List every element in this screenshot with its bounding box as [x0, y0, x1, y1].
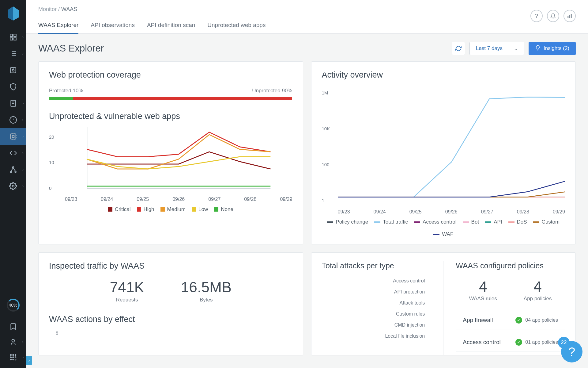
legend-item[interactable]: High	[137, 206, 154, 213]
breadcrumb-parent[interactable]: Monitor	[38, 6, 57, 12]
legend-item[interactable]: Medium	[160, 206, 186, 213]
breadcrumb: Monitor / WAAS	[38, 6, 576, 13]
card-title: Web protection coverage	[49, 70, 292, 80]
x-tick: 09/27	[208, 197, 221, 202]
legend-item[interactable]: Policy change	[327, 219, 368, 225]
dashboard-nav[interactable]: ›	[0, 29, 26, 45]
apps-nav[interactable]: ›	[0, 350, 26, 365]
x-tick: 09/28	[244, 197, 256, 202]
gear-nav[interactable]: ›	[0, 178, 26, 194]
dashboard-icon	[9, 33, 17, 41]
policy-name: App firewall	[463, 317, 493, 324]
code-icon	[9, 149, 17, 157]
svg-rect-52	[338, 92, 338, 197]
actions-title: WAAS actions by effect	[49, 315, 292, 324]
web-protection-card: Web protection coverage Protected 10% Un…	[38, 61, 303, 244]
notification-count-badge[interactable]: 22	[558, 337, 570, 348]
svg-rect-50	[87, 127, 87, 189]
legend-item[interactable]: WAF	[433, 231, 453, 237]
radar-icon	[9, 66, 17, 74]
legend-item[interactable]: None	[214, 206, 233, 213]
legend-item[interactable]: Total traffic	[374, 219, 408, 225]
shield-nav[interactable]	[0, 79, 26, 95]
insights-button[interactable]: Insights (2)	[529, 42, 576, 55]
svg-point-42	[13, 357, 13, 358]
x-tick: 09/28	[517, 209, 529, 215]
attack-category: CMD injection	[322, 322, 425, 328]
card-title: Inspected traffic by WAAS	[49, 261, 292, 271]
apps-count: 4	[524, 278, 552, 295]
svg-rect-47	[567, 16, 568, 18]
bookmark-nav[interactable]	[0, 319, 26, 334]
svg-point-32	[10, 171, 11, 172]
attack-category: Access control	[322, 278, 425, 284]
topbar: Monitor / WAAS WAAS ExplorerAPI observat…	[26, 0, 588, 34]
attack-category: API protection	[322, 289, 425, 295]
svg-point-31	[12, 167, 13, 168]
svg-line-35	[13, 168, 16, 171]
x-tick: 09/24	[101, 197, 113, 202]
policy-row[interactable]: App firewall ✓04 app policies	[456, 311, 565, 329]
svg-rect-48	[569, 15, 570, 18]
svg-point-46	[15, 359, 16, 360]
policy-row[interactable]: Access control ✓01 app policies	[456, 333, 565, 351]
bookmark-icon	[9, 323, 17, 331]
x-tick: 09/25	[137, 197, 149, 202]
alert-nav[interactable]: ›	[0, 112, 26, 128]
time-range-dropdown[interactable]: Last 7 days ⌄	[469, 42, 524, 55]
user-nav[interactable]: ›	[0, 334, 26, 350]
vuln-chart[interactable]	[65, 127, 292, 189]
tab-waas explorer[interactable]: WAAS Explorer	[38, 18, 78, 33]
network-nav[interactable]: ›	[0, 161, 26, 178]
code-nav[interactable]: ›	[0, 145, 26, 161]
attack-category: Custom rules	[322, 311, 425, 317]
attacks-policies-card: Total attacks per type Access controlAPI…	[311, 252, 576, 355]
x-tick: 09/29	[553, 209, 565, 215]
refresh-button[interactable]	[452, 42, 465, 55]
tab-api observations[interactable]: API observations	[91, 18, 135, 33]
runtime-nav[interactable]: ›	[0, 128, 26, 145]
policy-count: 01 app policies	[525, 339, 558, 345]
tab-unprotected web apps[interactable]: Unprotected web apps	[207, 18, 266, 33]
compliance-nav[interactable]: ›	[0, 95, 26, 112]
tab-api definition scan[interactable]: API definition scan	[147, 18, 195, 33]
progress-ring[interactable]: 40%	[7, 299, 20, 312]
help-button[interactable]: ?	[530, 10, 543, 22]
attack-category: Local file inclusion	[322, 333, 425, 339]
legend-item[interactable]: Low	[192, 206, 208, 213]
chevron-right-icon: ›	[22, 35, 24, 39]
check-icon: ✓	[515, 317, 522, 324]
chevron-right-icon: ›	[22, 134, 24, 139]
svg-point-41	[10, 357, 11, 358]
logo[interactable]	[6, 4, 20, 23]
card-title: Activity overview	[322, 70, 565, 80]
legend-item[interactable]: API	[485, 219, 502, 225]
legend-item[interactable]: Access control	[414, 219, 457, 225]
svg-point-44	[10, 359, 11, 360]
legend-item[interactable]: DoS	[508, 219, 527, 225]
analytics-button[interactable]	[564, 10, 576, 22]
legend-item[interactable]: Custom	[533, 219, 560, 225]
page-title: WAAS Explorer	[38, 43, 104, 54]
activity-chart[interactable]	[338, 88, 565, 201]
radar-nav[interactable]	[0, 62, 26, 79]
apps-label: App policies	[524, 296, 552, 302]
svg-rect-3	[14, 34, 16, 36]
policy-name: Access control	[463, 339, 501, 346]
svg-rect-4	[10, 38, 13, 40]
legend-item[interactable]: Bot	[463, 219, 479, 225]
svg-point-38	[10, 355, 11, 355]
legend-item[interactable]: Critical	[108, 206, 131, 213]
notifications-button[interactable]	[547, 10, 559, 22]
attacks-title: Total attacks per type	[322, 261, 431, 270]
coverage-bar[interactable]	[49, 97, 292, 100]
x-tick: 09/26	[172, 197, 185, 202]
list-nav[interactable]: ›	[0, 45, 26, 62]
x-tick: 09/27	[481, 209, 493, 215]
svg-point-33	[15, 171, 16, 172]
chevron-right-icon: ›	[22, 184, 24, 188]
activity-overview-card: Activity overview 1M 10K 100 1 09/2309/2…	[311, 61, 576, 244]
shield-icon	[9, 83, 17, 91]
svg-point-37	[12, 339, 14, 342]
svg-point-43	[15, 357, 16, 358]
